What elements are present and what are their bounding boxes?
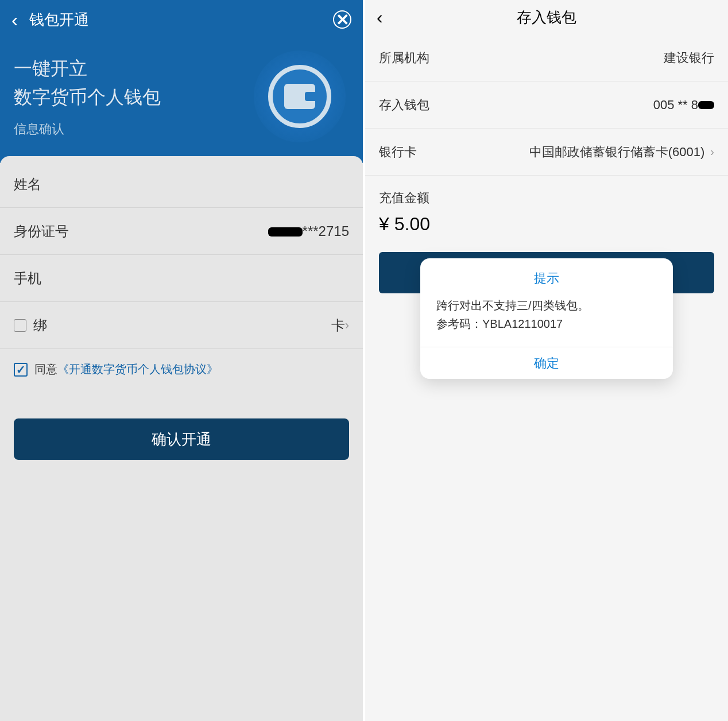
org-value: 建设银行 <box>664 49 714 67</box>
redacted-block <box>698 101 714 109</box>
bind-card-row[interactable]: 绑 卡 › <box>0 302 363 349</box>
agree-checkbox[interactable]: ✓ <box>14 363 28 377</box>
card-label: 银行卡 <box>379 144 417 161</box>
wallet-label: 存入钱包 <box>379 96 429 114</box>
redacted-block <box>268 227 303 237</box>
name-row[interactable]: 姓名 <box>0 161 363 208</box>
card-row[interactable]: 银行卡 中国邮政储蓄银行储蓄卡(6001) › <box>365 129 728 176</box>
id-label: 身份证号 <box>14 222 69 241</box>
wallet-ring <box>268 65 331 128</box>
header: ‹ 钱包开通 ✕ <box>0 0 363 39</box>
amount-label: 充值金额 <box>365 176 728 214</box>
card-value: 中国邮政储蓄银行储蓄卡(6001) › <box>529 144 714 161</box>
dialog-line1: 跨行对出不支持三/四类钱包。 <box>436 296 657 315</box>
chevron-right-icon: › <box>710 145 714 158</box>
close-icon[interactable]: ✕ <box>333 10 351 29</box>
screen-deposit: ‹ 存入钱包 所属机构 建设银行 存入钱包 005 ** 8 银行卡 中国邮政储… <box>365 0 728 721</box>
wallet-value: 005 ** 8 <box>653 98 714 113</box>
bind-label-partial: 绑 <box>33 316 47 335</box>
org-label: 所属机构 <box>379 49 429 67</box>
confirm-button[interactable]: 确定 <box>420 347 673 379</box>
amount-value: ¥ 5.00 <box>365 214 728 249</box>
header: ‹ 存入钱包 <box>365 0 728 34</box>
agree-row[interactable]: ✓ 同意 《开通数字货币个人钱包协议》 <box>0 349 363 390</box>
chevron-right-icon: › <box>345 318 349 333</box>
wallet-icon <box>284 84 315 109</box>
name-label: 姓名 <box>14 175 41 193</box>
dialog-line2: 参考码：YBLA12110017 <box>436 315 657 333</box>
bind-checkbox[interactable] <box>14 319 26 332</box>
dialog-body: 跨行对出不支持三/四类钱包。 参考码：YBLA12110017 <box>420 296 673 347</box>
page-title: 钱包开通 <box>29 10 89 30</box>
phone-label-partial: 手机 <box>14 269 41 288</box>
org-row: 所属机构 建设银行 <box>365 34 728 82</box>
wallet-glow-circle <box>254 51 346 142</box>
id-value: ***2715 <box>268 223 349 239</box>
confirm-open-button[interactable]: 确认开通 <box>14 418 349 460</box>
page-title: 存入钱包 <box>517 7 576 28</box>
form-panel: 姓名 身份证号 ***2715 手机 绑 卡 › ✓ 同意 《开通 <box>0 156 363 460</box>
screen-wallet-open: ‹ 钱包开通 ✕ 一键开立 数字货币个人钱包 信息确认 姓名 身份证号 ***2… <box>0 0 363 721</box>
bind-suffix: 卡 <box>331 316 345 335</box>
hero-banner: 一键开立 数字货币个人钱包 信息确认 <box>0 39 363 163</box>
phone-row[interactable]: 手机 <box>0 255 363 302</box>
id-row[interactable]: 身份证号 ***2715 <box>0 208 363 255</box>
agree-text: 同意 <box>34 362 57 377</box>
alert-dialog: 提示 跨行对出不支持三/四类钱包。 参考码：YBLA12110017 确定 <box>420 258 673 379</box>
back-icon[interactable]: ‹ <box>377 7 383 28</box>
agreement-link[interactable]: 《开通数字货币个人钱包协议》 <box>57 362 218 377</box>
wallet-row[interactable]: 存入钱包 005 ** 8 <box>365 82 728 129</box>
back-icon[interactable]: ‹ <box>11 9 18 31</box>
dialog-title: 提示 <box>420 258 673 296</box>
